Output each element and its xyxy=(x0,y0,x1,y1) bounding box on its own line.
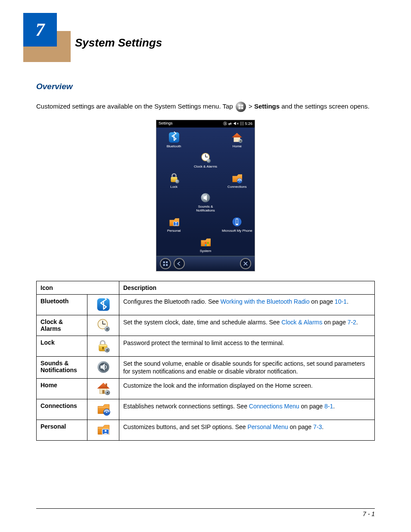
chapter-header: 7 System Settings xyxy=(36,13,375,52)
desc-text: . xyxy=(356,319,358,326)
start-icon xyxy=(236,102,246,112)
xref-page[interactable]: 10-1 xyxy=(335,298,347,305)
section-heading-overview: Overview xyxy=(36,82,375,91)
screenshot-label: Lock xyxy=(168,185,181,189)
svg-point-12 xyxy=(207,159,211,163)
svg-rect-27 xyxy=(163,261,165,263)
settings-table: Icon Description Bluetooth Configures th… xyxy=(36,281,375,441)
screenshot-item-personal: Personal xyxy=(167,215,181,233)
page-number: 7 - 1 xyxy=(363,510,375,517)
row-desc: Customizes buttons, and set SIP options.… xyxy=(119,420,375,440)
row-name: Lock xyxy=(37,336,87,356)
home-icon xyxy=(87,378,119,399)
screenshot-status-right: ⓐ ⇄ ◀× ▥ 5:26 xyxy=(223,121,252,127)
row-name: Clock & Alarms xyxy=(37,315,87,336)
screenshot-label: Clock & Alarms xyxy=(194,165,217,169)
desc-text: on page xyxy=(299,403,324,410)
screenshot-item-home: Home xyxy=(230,131,243,149)
screenshot-nav-back xyxy=(174,258,185,269)
overview-text-post: and the settings screen opens. xyxy=(280,103,369,110)
desc-text: . xyxy=(322,423,324,430)
svg-point-14 xyxy=(175,179,179,183)
table-row: Personal Customizes buttons, and set SIP… xyxy=(37,420,375,440)
screenshot-time: 5:26 xyxy=(245,121,252,126)
xref-page[interactable]: 7-2 xyxy=(348,319,356,326)
sounds-icon xyxy=(87,356,119,378)
screenshot-label: Microsoft My Phone xyxy=(222,229,252,233)
desc-text: Set the system clock, date, time and sch… xyxy=(123,319,281,326)
desc-text: Configures the Bluetooth radio. See xyxy=(123,298,221,305)
svg-point-55 xyxy=(104,430,106,432)
screenshot-nav-close xyxy=(240,258,251,269)
row-desc: Set the sound volume, enable or disable … xyxy=(119,356,375,378)
settings-bold: Settings xyxy=(254,103,280,110)
screenshot-item-lock: Lock xyxy=(168,171,181,189)
screenshot-item-myphone: Microsoft My Phone xyxy=(222,215,252,233)
row-name: Connections xyxy=(37,399,87,420)
svg-rect-1 xyxy=(241,105,243,107)
desc-text: on page xyxy=(288,423,313,430)
desc-text: Customize the look and the information d… xyxy=(123,382,313,389)
svg-point-43 xyxy=(106,349,107,350)
xref-link[interactable]: Connections Menu xyxy=(249,403,299,410)
th-icon: Icon xyxy=(37,281,119,294)
screenshot-nav-start xyxy=(160,258,171,269)
xref-link[interactable]: Clock & Alarms xyxy=(281,319,322,326)
overview-text-pre: Customized settings are available on the… xyxy=(36,103,235,110)
row-name: Sounds & Notifications xyxy=(37,356,87,378)
row-desc: Customize the look and the information d… xyxy=(119,378,375,399)
row-desc: Establishes network connections settings… xyxy=(119,399,375,420)
chapter-number-tab: 7 xyxy=(23,13,57,47)
screenshot-item-sounds: Sounds & Notifications xyxy=(190,191,221,213)
svg-rect-47 xyxy=(102,390,104,394)
svg-rect-3 xyxy=(241,107,243,109)
xref-page[interactable]: 8-1 xyxy=(324,403,333,410)
svg-rect-26 xyxy=(207,244,209,246)
screenshot-label: Home xyxy=(230,145,243,149)
svg-marker-6 xyxy=(232,133,242,138)
svg-point-53 xyxy=(106,411,107,413)
xref-link[interactable]: Working with the Bluetooth Radio xyxy=(221,298,310,305)
row-desc: Configures the Bluetooth radio. See Work… xyxy=(119,294,375,315)
desc-text: Set the sound volume, enable or disable … xyxy=(123,360,365,375)
svg-point-19 xyxy=(175,222,177,224)
row-desc: Password protect the terminal to limit a… xyxy=(119,336,375,356)
screenshot-statusbar: Settings ⓐ ⇄ ◀× ▥ 5:26 xyxy=(156,120,255,128)
xref-link[interactable]: Personal Menu xyxy=(247,423,288,430)
table-row: Clock & Alarms Set the system clock, dat… xyxy=(37,315,375,336)
table-row: Bluetooth Configures the Bluetooth radio… xyxy=(37,294,375,315)
screenshot-label: Bluetooth xyxy=(167,145,181,149)
svg-point-37 xyxy=(106,328,107,329)
table-row: Home Customize the look and the informat… xyxy=(37,378,375,399)
screenshot-item-connections: Connections xyxy=(227,171,246,189)
clock-icon xyxy=(87,315,119,336)
settings-screenshot: Settings ⓐ ⇄ ◀× ▥ 5:26 Bluetooth Home Cl… xyxy=(156,120,255,271)
table-row: Sounds & Notifications Set the sound vol… xyxy=(37,356,375,378)
desc-text: . xyxy=(333,403,335,410)
svg-rect-30 xyxy=(166,264,168,266)
table-header-row: Icon Description xyxy=(37,281,375,294)
personal-icon xyxy=(87,420,119,440)
row-name: Home xyxy=(37,378,87,399)
desc-text: Password protect the terminal to limit a… xyxy=(123,339,284,346)
desc-text: . xyxy=(347,298,349,305)
desc-text: on page xyxy=(309,298,334,305)
table-row: Lock Password protect the terminal to li… xyxy=(37,336,375,356)
row-name: Bluetooth xyxy=(37,294,87,315)
svg-point-51 xyxy=(106,392,108,393)
desc-text: Customizes buttons, and set SIP options.… xyxy=(123,423,247,430)
svg-point-8 xyxy=(240,140,241,142)
xref-page[interactable]: 7-3 xyxy=(313,423,322,430)
overview-paragraph: Customized settings are available on the… xyxy=(36,102,375,112)
svg-rect-49 xyxy=(106,383,107,387)
screenshot-item-bluetooth: Bluetooth xyxy=(167,131,181,149)
svg-rect-41 xyxy=(103,348,103,349)
screenshot-label: Sounds & Notifications xyxy=(190,205,221,213)
chapter-title: System Settings xyxy=(75,36,162,50)
svg-rect-25 xyxy=(205,244,206,246)
svg-rect-0 xyxy=(238,105,240,107)
th-description: Description xyxy=(119,281,375,294)
table-row: Connections Establishes network connecti… xyxy=(37,399,375,420)
svg-rect-28 xyxy=(166,261,168,263)
svg-marker-48 xyxy=(97,383,109,389)
